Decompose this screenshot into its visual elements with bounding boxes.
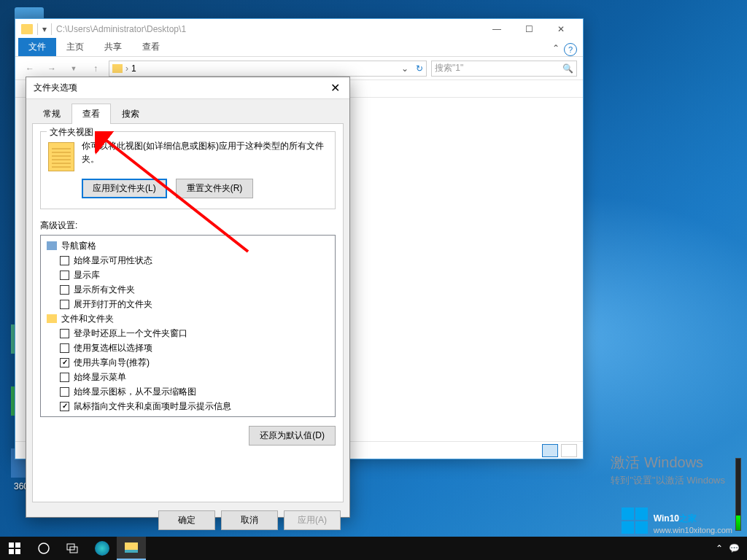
tab-file[interactable]: 文件 xyxy=(18,38,56,56)
folder-options-dialog: 文件夹选项 ✕ 常规 查看 搜索 文件夹视图 你可以将此视图(如详细信息或图标)… xyxy=(26,77,350,518)
tree-item[interactable]: 始终显示菜单 xyxy=(44,370,332,384)
task-view-icon[interactable] xyxy=(58,537,88,560)
advanced-settings-tree[interactable]: 导航窗格 始终显示可用性状态 显示库 显示所有文件夹 展开到打开的文件夹 文件和… xyxy=(40,235,336,417)
svg-rect-4 xyxy=(15,549,20,554)
tree-item[interactable]: 显示驱动器号 xyxy=(44,413,332,417)
action-center-icon[interactable]: 💬 xyxy=(729,543,740,553)
up-button[interactable]: ↑ xyxy=(87,60,104,77)
dialog-title: 文件夹选项 xyxy=(34,82,328,94)
restore-defaults-button[interactable]: 还原为默认值(D) xyxy=(249,426,336,446)
svg-rect-1 xyxy=(9,542,14,548)
start-button[interactable] xyxy=(0,537,29,560)
tree-item[interactable]: 展开到打开的文件夹 xyxy=(44,297,332,311)
tab-share[interactable]: 共享 xyxy=(94,38,132,56)
windows-activation-watermark: 激活 Windows 转到"设置"以激活 Windows xyxy=(611,453,725,487)
apply-to-folders-button[interactable]: 应用到文件夹(L) xyxy=(82,179,167,198)
close-button[interactable]: ✕ xyxy=(545,19,577,39)
windows-logo-icon xyxy=(622,508,648,534)
explorer-taskbar-icon[interactable] xyxy=(117,537,146,560)
system-tray: ⌃ 💬 xyxy=(716,543,747,553)
minimize-button[interactable]: — xyxy=(481,19,513,39)
refresh-icon[interactable]: ↻ xyxy=(416,63,423,74)
search-icon[interactable]: 🔍 xyxy=(562,63,573,74)
checkbox[interactable] xyxy=(60,416,69,418)
tree-item[interactable]: 使用共享向导(推荐) xyxy=(44,355,332,370)
activation-subtitle: 转到"设置"以激活 Windows xyxy=(611,474,725,487)
checkbox[interactable] xyxy=(60,373,69,382)
folder-icon xyxy=(112,64,123,73)
maximize-button[interactable]: ☐ xyxy=(513,19,545,39)
tree-item[interactable]: 使用复选框以选择项 xyxy=(44,341,332,355)
tab-search[interactable]: 搜索 xyxy=(111,104,150,124)
advanced-label: 高级设置: xyxy=(40,219,336,232)
search-placeholder: 搜索"1" xyxy=(435,62,463,74)
dialog-footer: 确定 取消 应用(A) xyxy=(26,503,349,537)
dialog-body: 文件夹视图 你可以将此视图(如详细信息或图标)应用于这种类型的所有文件夹。 应用… xyxy=(32,123,344,502)
tree-item[interactable]: 显示库 xyxy=(44,268,332,282)
svg-rect-3 xyxy=(9,549,14,554)
tray-chevron-icon[interactable]: ⌃ xyxy=(716,543,723,553)
tab-home[interactable]: 主页 xyxy=(56,38,94,56)
ribbon-collapse-icon[interactable]: ⌃ xyxy=(548,40,564,56)
svg-rect-2 xyxy=(15,542,20,548)
checkbox[interactable] xyxy=(60,343,69,353)
checkbox[interactable] xyxy=(60,300,69,309)
tree-item[interactable]: 始终显示可用性状态 xyxy=(44,253,332,268)
close-icon[interactable]: ✕ xyxy=(328,81,342,96)
tree-item[interactable]: 显示所有文件夹 xyxy=(44,282,332,297)
tree-item[interactable]: 登录时还原上一个文件夹窗口 xyxy=(44,326,332,341)
svg-point-5 xyxy=(39,543,49,553)
cancel-button[interactable]: 取消 xyxy=(221,510,278,530)
taskbar: ⌃ 💬 xyxy=(0,537,747,560)
reset-folders-button[interactable]: 重置文件夹(R) xyxy=(176,179,254,198)
dialog-titlebar[interactable]: 文件夹选项 ✕ xyxy=(26,77,349,99)
view-icons-button[interactable] xyxy=(561,444,577,457)
activation-title: 激活 Windows xyxy=(611,453,725,472)
checkbox[interactable] xyxy=(60,329,69,338)
chevron-down-icon[interactable]: ⌄ xyxy=(401,63,409,74)
tree-files-folders[interactable]: 文件和文件夹 xyxy=(44,311,332,326)
breadcrumb[interactable]: 1 xyxy=(131,63,136,74)
ok-button[interactable]: 确定 xyxy=(158,510,215,530)
folder-icon xyxy=(21,24,33,34)
history-dropdown-icon[interactable]: ▼ xyxy=(65,60,82,77)
checkbox[interactable] xyxy=(60,256,69,265)
forward-button[interactable]: → xyxy=(43,60,61,77)
tab-general[interactable]: 常规 xyxy=(32,104,71,124)
checkbox[interactable] xyxy=(60,402,69,411)
folder-view-group: 文件夹视图 你可以将此视图(如详细信息或图标)应用于这种类型的所有文件夹。 应用… xyxy=(40,131,336,209)
window-path: C:\Users\Administrator\Desktop\1 xyxy=(56,24,476,34)
tree-nav-pane[interactable]: 导航窗格 xyxy=(44,238,332,253)
nav-icon xyxy=(47,241,57,250)
address-bar[interactable]: › 1 ⌄ ↻ xyxy=(109,61,427,77)
folder-icon xyxy=(47,314,57,323)
tab-view[interactable]: 查看 xyxy=(71,104,111,124)
checkbox[interactable] xyxy=(60,271,69,280)
apply-button[interactable]: 应用(A) xyxy=(284,510,341,530)
edge-icon[interactable] xyxy=(88,537,117,560)
back-button[interactable]: ← xyxy=(21,60,39,77)
volume-meter xyxy=(735,458,741,531)
cortana-icon[interactable] xyxy=(29,537,58,560)
tree-item[interactable]: 始终显示图标，从不显示缩略图 xyxy=(44,384,332,399)
help-icon[interactable]: ? xyxy=(564,43,577,56)
explorer-titlebar[interactable]: ▾ C:\Users\Administrator\Desktop\1 — ☐ ✕ xyxy=(15,19,583,39)
search-input[interactable]: 搜索"1" 🔍 xyxy=(431,61,577,77)
ribbon-tabs: 文件 主页 共享 查看 ⌃ ? xyxy=(15,39,583,57)
folder-view-desc: 你可以将此视图(如详细信息或图标)应用于这种类型的所有文件夹。 xyxy=(82,139,328,171)
site-watermark: Win10之家 www.win10xitong.com xyxy=(622,507,732,534)
dialog-tabs: 常规 查看 搜索 xyxy=(26,99,349,124)
tab-view[interactable]: 查看 xyxy=(132,38,170,56)
checkbox[interactable] xyxy=(60,358,69,368)
checkbox[interactable] xyxy=(60,387,69,397)
tree-item[interactable]: 鼠标指向文件夹和桌面项时显示提示信息 xyxy=(44,399,332,413)
view-details-button[interactable] xyxy=(542,444,558,457)
folder-view-icon xyxy=(48,142,74,171)
group-legend: 文件夹视图 xyxy=(47,126,96,139)
checkbox[interactable] xyxy=(60,285,69,295)
